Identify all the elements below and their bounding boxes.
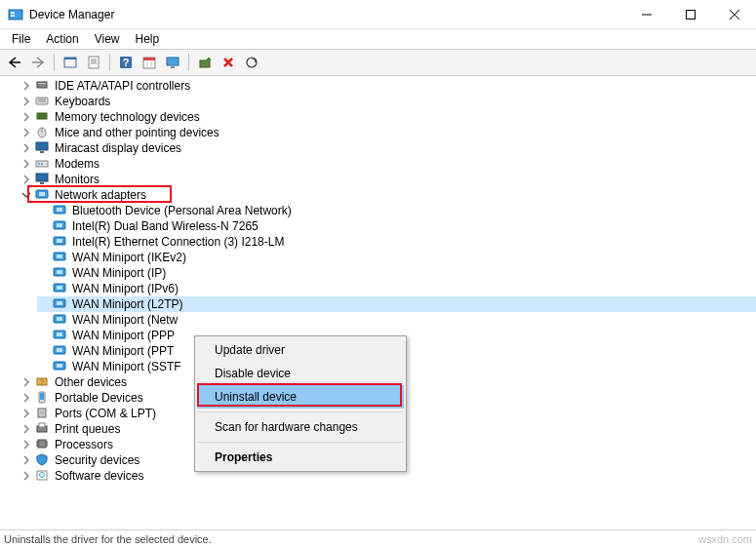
device-category-icon — [35, 125, 51, 140]
tree-expander[interactable] — [20, 406, 33, 421]
tree-label: Software devices — [55, 468, 143, 484]
device-category-icon — [35, 172, 51, 187]
tree-label: Mice and other pointing devices — [55, 125, 219, 140]
network-adapter-icon — [53, 343, 68, 359]
tree-expander[interactable] — [20, 78, 33, 94]
tree-node-device[interactable]: Intel(R) Dual Band Wireless-N 7265 — [37, 218, 756, 234]
tree-label: Portable Devices — [55, 390, 143, 406]
tree-node[interactable]: Memory technology devices — [20, 109, 756, 125]
tree-label: WAN Miniport (SSTF — [72, 359, 181, 374]
add-hardware-button[interactable] — [194, 52, 216, 73]
tree-expander[interactable] — [20, 421, 33, 437]
toolbar-sep — [109, 54, 110, 71]
tree-label: Network adapters — [55, 187, 146, 203]
tree-expander[interactable] — [20, 172, 33, 187]
network-adapter-icon — [53, 218, 68, 234]
tree-expander[interactable] — [20, 156, 33, 172]
context-menu-item[interactable]: Properties — [197, 446, 404, 469]
tree-expander-empty — [37, 343, 51, 359]
device-category-icon — [35, 468, 51, 484]
tree-node[interactable]: Monitors — [20, 172, 756, 187]
tree-expander[interactable] — [20, 374, 33, 390]
device-category-icon — [35, 406, 51, 421]
tree-expander[interactable] — [20, 140, 33, 156]
tree-node[interactable]: Keyboards — [20, 94, 756, 109]
tree-node-device[interactable]: WAN Miniport (IKEv2) — [37, 250, 756, 265]
context-menu-separator — [198, 411, 403, 412]
tree-label: WAN Miniport (L2TP) — [72, 296, 183, 312]
tree-expander[interactable] — [20, 452, 33, 468]
tree-label: Processors — [55, 437, 113, 452]
tree-node-device[interactable]: Bluetooth Device (Personal Area Network) — [37, 203, 756, 218]
tree-expander-empty — [37, 218, 51, 234]
tree-label: IDE ATA/ATAPI controllers — [55, 78, 190, 94]
help-button[interactable] — [115, 52, 137, 73]
window-controls — [624, 0, 756, 28]
tree-label: WAN Miniport (IKEv2) — [72, 250, 186, 265]
tree-label: Security devices — [55, 452, 139, 468]
minimize-button[interactable] — [624, 0, 668, 29]
toolbar-sep — [54, 54, 55, 71]
context-menu-label: Uninstall device — [215, 390, 297, 404]
tree-node[interactable]: Mice and other pointing devices — [20, 125, 756, 140]
tree-expander[interactable] — [20, 187, 33, 203]
menu-action[interactable]: Action — [38, 30, 86, 48]
tree-expander[interactable] — [20, 109, 33, 125]
scan-hardware-button[interactable] — [241, 52, 262, 73]
device-category-icon — [35, 187, 51, 203]
tree-node-network-adapters[interactable]: Network adapters — [20, 187, 756, 203]
device-category-icon — [35, 156, 51, 172]
tree-label: Miracast display devices — [55, 140, 181, 156]
maximize-button[interactable] — [668, 0, 712, 29]
network-adapter-icon — [53, 328, 68, 343]
app-icon — [8, 7, 23, 22]
tree-expander[interactable] — [20, 390, 33, 406]
window-title: Device Manager — [29, 8, 624, 21]
context-menu-label: Scan for hardware changes — [215, 420, 358, 434]
tree-node-device[interactable]: WAN Miniport (IP) — [37, 265, 756, 281]
menu-help[interactable]: Help — [128, 30, 168, 48]
monitor-button[interactable] — [162, 52, 183, 73]
tree-node-device[interactable]: WAN Miniport (IPv6) — [37, 281, 756, 296]
context-menu-label: Disable device — [215, 367, 291, 380]
tree-node-device[interactable]: Intel(R) Ethernet Connection (3) I218-LM — [37, 234, 756, 250]
tree-expander[interactable] — [20, 468, 33, 484]
context-menu-item[interactable]: Update driver — [197, 338, 404, 362]
device-category-icon — [35, 437, 51, 452]
menu-view[interactable]: View — [87, 30, 128, 48]
tree-node[interactable]: IDE ATA/ATAPI controllers — [20, 78, 756, 94]
tree-label: Ports (COM & LPT) — [55, 406, 156, 421]
titlebar: Device Manager — [0, 0, 756, 29]
status-text: Uninstalls the driver for the selected d… — [4, 533, 212, 545]
device-category-icon — [35, 452, 51, 468]
close-button[interactable] — [712, 0, 756, 29]
tree-node-device[interactable]: WAN Miniport (L2TP) — [37, 296, 756, 312]
toolbar — [0, 49, 756, 76]
menubar: File Action View Help — [0, 29, 756, 49]
tree-expander[interactable] — [20, 125, 33, 140]
device-category-icon — [35, 109, 51, 125]
tree-node[interactable]: Miracast display devices — [20, 140, 756, 156]
calendar-button[interactable] — [139, 52, 160, 73]
device-category-icon — [35, 94, 51, 109]
tree-node[interactable]: Modems — [20, 156, 756, 172]
uninstall-button[interactable] — [218, 52, 239, 73]
context-menu-item[interactable]: Uninstall device — [197, 385, 404, 409]
tree-expander[interactable] — [20, 437, 33, 452]
context-menu: Update driver Disable device Uninstall d… — [194, 335, 407, 472]
tree-expander[interactable] — [20, 94, 33, 109]
network-adapter-icon — [53, 281, 68, 296]
tree-expander-empty — [37, 234, 51, 250]
show-hidden-button[interactable] — [60, 52, 81, 73]
menu-file[interactable]: File — [4, 30, 38, 48]
tree-node-device[interactable]: WAN Miniport (Netw — [37, 312, 756, 328]
properties-button[interactable] — [83, 52, 104, 73]
tree-expander-empty — [37, 281, 51, 296]
network-adapter-icon — [53, 359, 68, 374]
tree-label: Intel(R) Ethernet Connection (3) I218-LM — [72, 234, 284, 250]
device-category-icon — [35, 421, 51, 437]
forward-button[interactable] — [27, 52, 49, 73]
context-menu-item[interactable]: Scan for hardware changes — [197, 415, 404, 439]
back-button[interactable] — [4, 52, 25, 73]
context-menu-item[interactable]: Disable device — [197, 362, 404, 385]
